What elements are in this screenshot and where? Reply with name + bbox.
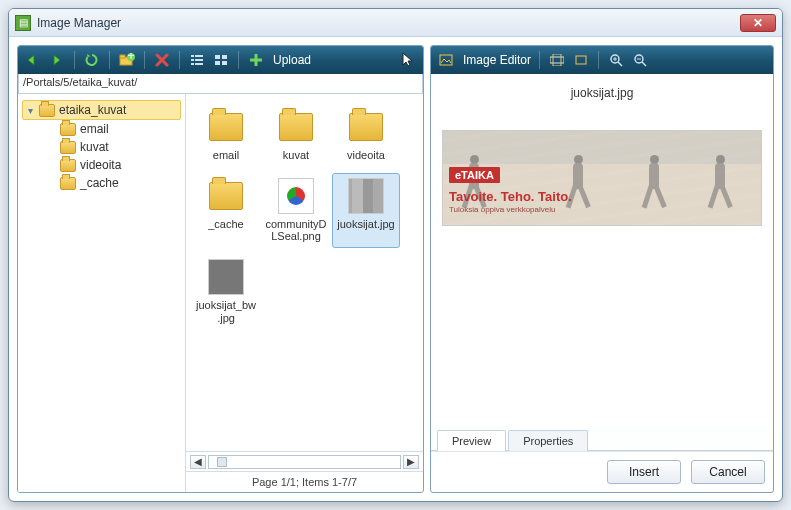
actual-size-button[interactable] (572, 51, 590, 69)
grid-item-folder[interactable]: _cache (192, 173, 260, 248)
preview-area: juoksijat.jpg eTAIKA Tavoite. Teho. Tait… (431, 74, 773, 427)
thumb-view-icon (214, 54, 228, 66)
new-folder-icon: + (119, 53, 135, 67)
fit-width-button[interactable] (548, 51, 566, 69)
grid-item-folder[interactable]: kuvat (262, 104, 330, 167)
image-editor-button[interactable] (437, 51, 455, 69)
grid-item-file[interactable]: juoksijat.jpg (332, 173, 400, 248)
scroll-left-button[interactable]: ◀ (190, 455, 206, 469)
list-view-button[interactable] (188, 51, 206, 69)
tree-item-kuvat[interactable]: kuvat (44, 138, 181, 156)
svg-rect-11 (222, 55, 227, 59)
preview-tabs: Preview Properties (431, 427, 773, 451)
image-manager-window: ▤ Image Manager ✕ + (8, 8, 783, 502)
file-grid-body[interactable]: email kuvat videoita _cache (186, 94, 423, 451)
grid-item-folder[interactable]: videoita (332, 104, 400, 167)
upload-label[interactable]: Upload (273, 53, 311, 67)
svg-rect-15 (550, 57, 564, 63)
window-title: Image Manager (37, 16, 121, 30)
grid-item-folder[interactable]: email (192, 104, 260, 167)
tab-properties[interactable]: Properties (508, 430, 588, 451)
file-toolbar: + Upload (18, 46, 423, 74)
image-editor-icon (439, 54, 453, 66)
cancel-button[interactable]: Cancel (691, 460, 765, 484)
dialog-buttons: Insert Cancel (431, 451, 773, 492)
app-icon: ▤ (15, 15, 31, 31)
upload-button[interactable] (247, 51, 265, 69)
svg-rect-9 (195, 63, 203, 65)
tagline-text: Tavoite. Teho. Taito. (449, 189, 572, 204)
titlebar: ▤ Image Manager ✕ (9, 9, 782, 37)
svg-rect-4 (191, 55, 194, 57)
tree-item-email[interactable]: email (44, 120, 181, 138)
tree-item-videoita[interactable]: videoita (44, 156, 181, 174)
svg-rect-13 (222, 61, 227, 65)
plus-icon (250, 54, 262, 66)
grid-item-label: juoksijat.jpg (337, 218, 394, 231)
image-editor-label[interactable]: Image Editor (463, 53, 531, 67)
arrow-right-icon (50, 54, 64, 66)
svg-rect-5 (195, 55, 203, 57)
delete-icon (155, 53, 169, 67)
delete-button[interactable] (153, 51, 171, 69)
status-text: Page 1/1; Items 1-7/7 (186, 471, 423, 492)
grid-item-file[interactable]: juoksijat_bw.jpg (192, 254, 260, 329)
client-area: + Upload (9, 37, 782, 501)
folder-icon (209, 113, 243, 141)
scroll-right-button[interactable]: ▶ (403, 455, 419, 469)
folder-icon (60, 123, 76, 136)
folder-icon (60, 159, 76, 172)
grid-item-label: _cache (208, 218, 243, 231)
thumb-view-button[interactable] (212, 51, 230, 69)
brand-badge: eTAIKA (449, 167, 500, 183)
grid-item-label: communityDLSeal.png (265, 218, 327, 243)
forward-button[interactable] (48, 51, 66, 69)
file-browser-panel: + Upload (17, 45, 424, 493)
svg-rect-6 (191, 59, 194, 61)
collapse-icon[interactable]: ▾ (25, 105, 35, 116)
grid-item-label: juoksijat_bw.jpg (195, 299, 257, 324)
horizontal-scrollbar[interactable]: ◀ ▶ (186, 451, 423, 471)
svg-rect-8 (191, 63, 194, 65)
tree-item-cache[interactable]: _cache (44, 174, 181, 192)
zoom-out-button[interactable] (631, 51, 649, 69)
folder-icon (60, 141, 76, 154)
back-button[interactable] (24, 51, 42, 69)
folder-icon (39, 104, 55, 117)
zoom-out-icon (633, 53, 647, 67)
actual-size-icon (574, 54, 588, 66)
new-folder-button[interactable]: + (118, 51, 136, 69)
close-button[interactable]: ✕ (740, 14, 776, 32)
grid-item-label: email (213, 149, 239, 162)
grid-item-label: kuvat (283, 149, 309, 162)
tree-label: _cache (80, 176, 119, 190)
image-thumb (208, 259, 244, 295)
tree-root[interactable]: ▾ etaika_kuvat (22, 100, 181, 120)
image-thumb (278, 178, 314, 214)
folder-icon (60, 177, 76, 190)
scroll-track[interactable] (208, 455, 401, 469)
refresh-button[interactable] (83, 51, 101, 69)
path-input[interactable]: /Portals/5/etaika_kuvat/ (18, 74, 423, 94)
folder-icon (349, 113, 383, 141)
refresh-icon (85, 53, 99, 67)
preview-filename: juoksijat.jpg (571, 86, 634, 100)
tab-preview[interactable]: Preview (437, 430, 506, 451)
zoom-in-button[interactable] (607, 51, 625, 69)
svg-rect-10 (215, 55, 220, 59)
image-thumb (348, 178, 384, 214)
arrow-left-icon (26, 54, 40, 66)
tree-label: kuvat (80, 140, 109, 154)
insert-button[interactable]: Insert (607, 460, 681, 484)
preview-panel: Image Editor juoksijat.jpg (430, 45, 774, 493)
folder-icon (279, 113, 313, 141)
tree-label: etaika_kuvat (59, 103, 126, 117)
scroll-thumb[interactable] (217, 457, 227, 467)
folder-icon (209, 182, 243, 210)
sub-tagline: Tuloksia oppiva verkkopalvelu (449, 205, 555, 214)
editor-toolbar: Image Editor (431, 46, 773, 74)
svg-rect-17 (576, 56, 586, 64)
grid-item-label: videoita (347, 149, 385, 162)
svg-rect-16 (553, 54, 561, 66)
grid-item-file[interactable]: communityDLSeal.png (262, 173, 330, 248)
